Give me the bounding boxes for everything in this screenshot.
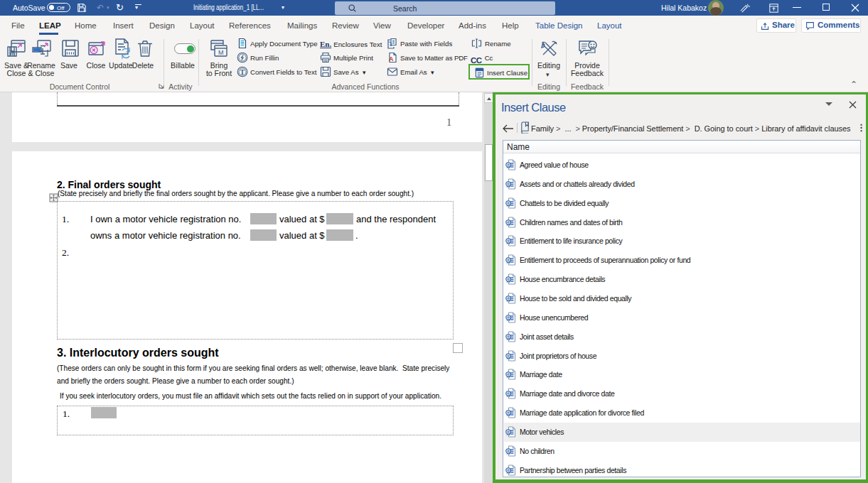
svg-text:T: T [240,69,245,76]
svg-text:M: M [218,49,224,56]
svg-text:A: A [389,55,394,63]
